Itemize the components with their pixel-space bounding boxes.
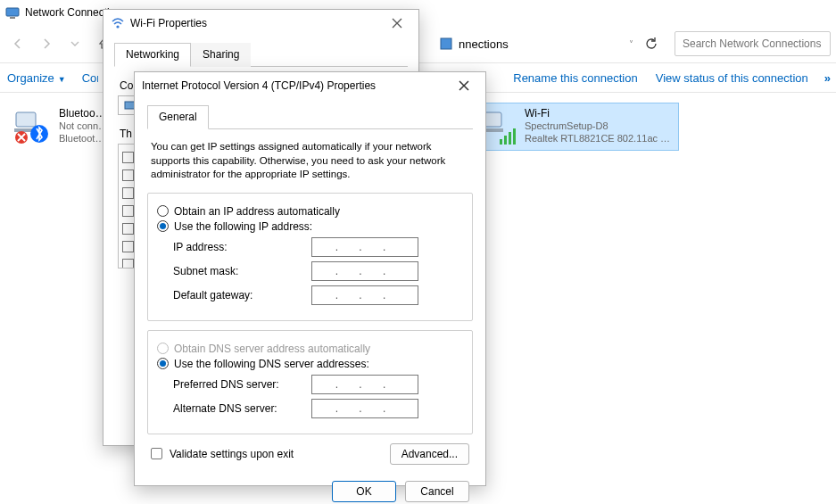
connection-item-text: Bluetooth Network Connection Not connect… — [59, 107, 109, 146]
connection-item-text: Wi-Fi SpectrumSetup-D8 Realtek RTL8821CE… — [525, 107, 673, 146]
svg-rect-2 — [441, 38, 451, 49]
ipv4-properties-dialog: Internet Protocol Version 4 (TCP/IPv4) P… — [134, 71, 486, 486]
ip-settings-group: Obtain an IP address automatically Use t… — [147, 193, 473, 321]
default-gateway-label: Default gateway: — [173, 289, 311, 302]
ip-address-input[interactable]: . . . — [311, 237, 418, 257]
radio-auto-dns: Obtain DNS server address automatically — [157, 343, 463, 355]
radio-label: Use the following IP address: — [174, 220, 312, 233]
tab-general[interactable]: General — [147, 105, 209, 129]
address-chevron-down[interactable]: ˅ — [627, 39, 635, 49]
ipv4-title: Internet Protocol Version 4 (TCP/IPv4) P… — [142, 79, 376, 92]
subnet-mask-input[interactable]: . . . — [311, 261, 418, 281]
alternate-dns-label: Alternate DNS server: — [173, 402, 311, 415]
svg-rect-3 — [16, 112, 36, 127]
svg-rect-12 — [513, 128, 516, 145]
ipv4-description: You can get IP settings assigned automat… — [151, 140, 469, 182]
radio-icon — [157, 358, 169, 369]
connection-device: Bluetooth Device (Personal Area ...) — [59, 133, 109, 145]
close-button[interactable] — [450, 75, 478, 96]
address-text-visible: nnections — [459, 37, 509, 51]
refresh-button[interactable] — [639, 31, 664, 56]
view-status-action[interactable]: View status of this connection — [656, 71, 808, 85]
back-button[interactable] — [5, 31, 30, 56]
checkbox-icon[interactable] — [122, 259, 134, 269]
wifi-properties-titlebar[interactable]: Wi-Fi Properties — [103, 10, 418, 37]
svg-rect-11 — [509, 132, 511, 145]
subnet-mask-label: Subnet mask: — [173, 265, 311, 277]
validate-label: Validate settings upon exit — [170, 448, 294, 460]
preferred-dns-input[interactable]: . . . — [311, 375, 418, 394]
connection-status: Not connected — [59, 120, 109, 133]
radio-label: Obtain an IP address automatically — [174, 205, 340, 218]
checkbox-icon[interactable] — [122, 169, 134, 181]
radio-icon — [157, 205, 169, 217]
ip-address-label: IP address: — [173, 241, 311, 253]
radio-static-dns[interactable]: Use the following DNS server addresses: — [157, 358, 463, 370]
radio-static-ip[interactable]: Use the following IP address: — [157, 220, 463, 233]
bluetooth-adapter-icon — [12, 107, 52, 146]
validate-checkbox[interactable] — [151, 448, 162, 459]
forward-button[interactable] — [34, 31, 59, 56]
connect-to-action[interactable]: Connect To — [82, 71, 98, 85]
recent-locations-button[interactable] — [62, 31, 87, 56]
radio-label: Use the following DNS server addresses: — [174, 358, 369, 370]
svg-rect-9 — [500, 139, 502, 145]
tab-networking[interactable]: Networking — [114, 43, 191, 67]
checkbox-icon[interactable] — [122, 241, 134, 252]
preferred-dns-label: Preferred DNS server: — [173, 378, 311, 391]
rename-connection-action[interactable]: Rename this connection — [513, 71, 637, 85]
tab-sharing[interactable]: Sharing — [191, 43, 251, 67]
connection-item-bluetooth[interactable]: Bluetooth Network Connection Not connect… — [7, 103, 114, 150]
svg-rect-1 — [10, 17, 15, 19]
svg-rect-0 — [6, 8, 19, 16]
checkbox-icon[interactable] — [122, 152, 134, 163]
checkbox-icon[interactable] — [122, 223, 134, 235]
search-placeholder: Search Network Connections — [683, 37, 821, 50]
connection-device: Realtek RTL8821CE 802.11ac PCIe ... — [525, 133, 673, 145]
advanced-button[interactable]: Advanced... — [390, 443, 469, 465]
connection-item-wifi[interactable]: Wi-Fi SpectrumSetup-D8 Realtek RTL8821CE… — [473, 103, 678, 150]
radio-label: Obtain DNS server address automatically — [174, 343, 370, 355]
radio-icon — [157, 220, 169, 232]
alternate-dns-input[interactable]: . . . — [311, 399, 418, 418]
address-bar[interactable]: Network Connections nnections — [432, 33, 516, 54]
svg-rect-10 — [504, 136, 507, 145]
close-button[interactable] — [383, 12, 411, 34]
network-connections-icon — [5, 5, 20, 20]
ok-button[interactable]: OK — [332, 481, 396, 502]
default-gateway-input[interactable]: . . . — [311, 285, 418, 305]
search-input[interactable]: Search Network Connections — [675, 31, 831, 56]
connection-name: Wi-Fi — [525, 107, 673, 120]
radio-auto-ip[interactable]: Obtain an IP address automatically — [157, 205, 463, 218]
wifi-properties-title: Wi-Fi Properties — [130, 17, 207, 29]
ipv4-tabs: General — [147, 104, 473, 129]
svg-point-13 — [116, 25, 119, 28]
checkbox-icon[interactable] — [122, 187, 134, 199]
connection-status: SpectrumSetup-D8 — [525, 120, 673, 133]
cancel-button[interactable]: Cancel — [405, 481, 469, 502]
organize-menu[interactable]: Organize▼ — [7, 71, 66, 85]
ipv4-titlebar[interactable]: Internet Protocol Version 4 (TCP/IPv4) P… — [135, 72, 485, 99]
connection-name: Bluetooth Network Connection — [59, 107, 109, 120]
checkbox-icon[interactable] — [122, 205, 134, 217]
wifi-icon — [111, 16, 125, 30]
wifi-properties-tabs: Networking Sharing — [114, 42, 408, 67]
command-bar-overflow[interactable]: » — [824, 71, 829, 85]
network-icon — [439, 37, 453, 51]
radio-icon — [157, 343, 169, 354]
dns-settings-group: Obtain DNS server address automatically … — [147, 330, 473, 434]
